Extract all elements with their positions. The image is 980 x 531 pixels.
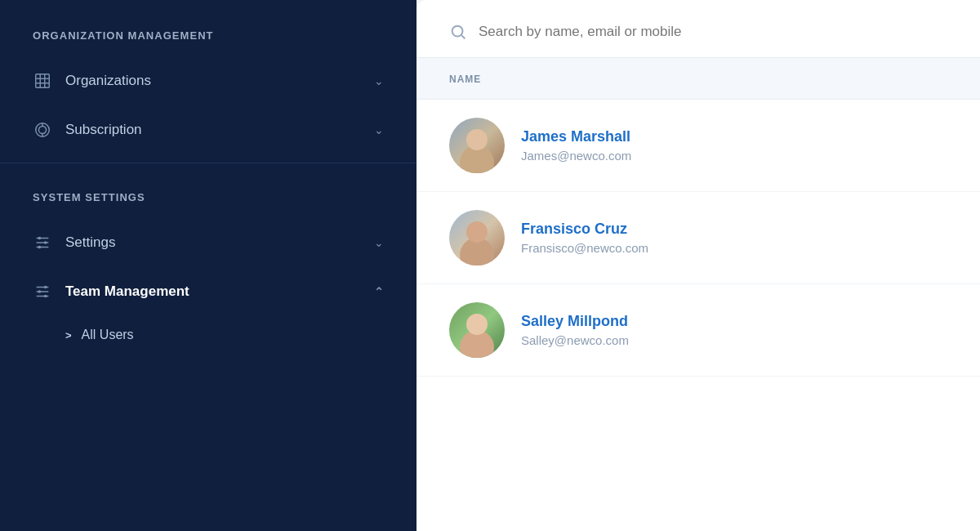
main-content: NAME James Marshall James@newco.com Fran… xyxy=(416,0,980,531)
search-input[interactable] xyxy=(479,24,947,40)
user-row[interactable]: Salley Millpond Salley@newco.com xyxy=(416,284,980,377)
team-management-chevron-up: ⌃ xyxy=(374,285,384,298)
subscription-icon xyxy=(33,120,52,140)
settings-icon xyxy=(33,233,52,252)
user-email: Fransisco@newco.com xyxy=(521,241,648,255)
user-name: Fransisco Cruz xyxy=(521,221,648,238)
svg-rect-0 xyxy=(36,74,50,88)
avatar xyxy=(449,118,505,173)
settings-label: Settings xyxy=(65,234,361,251)
sidebar-item-organizations[interactable]: Organizations ⌄ xyxy=(0,56,416,105)
sidebar-item-team-management[interactable]: Team Management ⌃ xyxy=(0,267,416,316)
avatar xyxy=(449,302,505,358)
sidebar-section-2-title: SYSTEM SETTINGS xyxy=(0,172,416,218)
sidebar-item-settings[interactable]: Settings ⌄ xyxy=(0,218,416,267)
svg-point-21 xyxy=(452,26,463,37)
name-column-header: NAME xyxy=(449,74,481,85)
settings-chevron: ⌄ xyxy=(374,236,384,249)
building-icon xyxy=(33,71,52,91)
sidebar-divider xyxy=(0,163,416,163)
avatar xyxy=(449,210,505,266)
subscription-label: Subscription xyxy=(65,122,361,138)
subscription-chevron: ⌄ xyxy=(374,123,384,136)
search-bar xyxy=(416,0,980,58)
user-info: Fransisco Cruz Fransisco@newco.com xyxy=(521,221,648,255)
all-users-label: All Users xyxy=(82,328,134,342)
svg-point-20 xyxy=(44,295,47,298)
user-row[interactable]: James Marshall James@newco.com xyxy=(416,100,980,192)
organizations-label: Organizations xyxy=(65,73,361,89)
sidebar-section-1-title: ORGANIZATION MANAGEMENT xyxy=(0,0,416,56)
svg-point-19 xyxy=(38,290,42,293)
user-list: James Marshall James@newco.com Fransisco… xyxy=(416,100,980,531)
sidebar-item-subscription[interactable]: Subscription ⌄ xyxy=(0,105,416,154)
sidebar-sub-item-all-users[interactable]: > All Users xyxy=(0,316,416,354)
user-name: James Marshall xyxy=(521,128,631,145)
search-icon xyxy=(449,23,467,41)
svg-point-14 xyxy=(38,246,42,249)
user-name: Salley Millpond xyxy=(521,313,629,330)
user-info: Salley Millpond Salley@newco.com xyxy=(521,313,629,347)
user-email: Salley@newco.com xyxy=(521,333,629,347)
user-row[interactable]: Fransisco Cruz Fransisco@newco.com xyxy=(416,192,980,284)
sidebar: ORGANIZATION MANAGEMENT Organizations ⌄ … xyxy=(0,0,416,531)
team-icon xyxy=(33,282,52,301)
svg-point-12 xyxy=(38,237,42,240)
table-header: NAME xyxy=(416,58,980,100)
user-info: James Marshall James@newco.com xyxy=(521,128,631,163)
organizations-chevron: ⌄ xyxy=(374,74,384,87)
all-users-chevron: > xyxy=(65,329,72,341)
svg-point-6 xyxy=(38,126,46,133)
svg-point-13 xyxy=(44,241,47,244)
svg-line-22 xyxy=(461,35,465,38)
svg-point-18 xyxy=(44,286,47,289)
team-management-label: Team Management xyxy=(65,283,361,300)
user-email: James@newco.com xyxy=(521,149,631,163)
